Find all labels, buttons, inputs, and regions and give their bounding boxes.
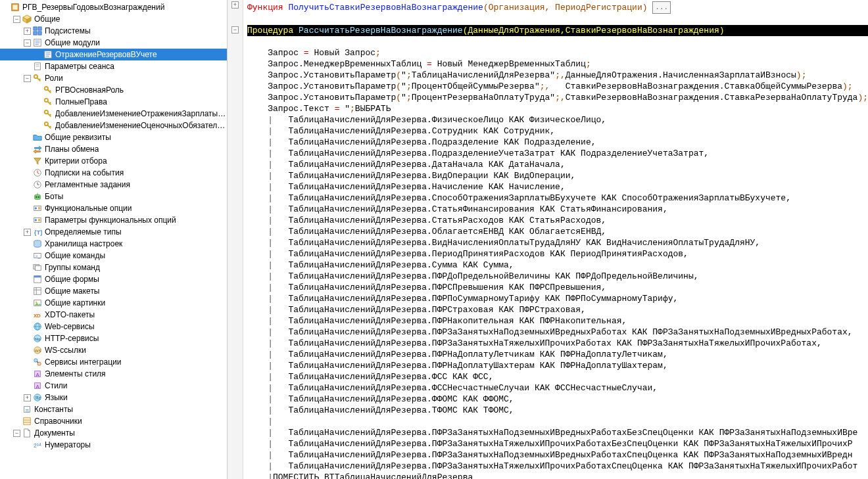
code-line[interactable]: Запрос.УстановитьПараметр(";ТаблицаНачис… xyxy=(247,70,806,80)
tree-item[interactable]: AЭлементы стиля xyxy=(0,368,227,380)
tree-item[interactable]: ДобавлениеИзменениеОтраженияЗарплатыВБух xyxy=(0,108,227,120)
procedure-header-line[interactable]: Процедура РассчитатьРезервНаВознагражден… xyxy=(247,25,864,36)
code-line[interactable]: | ТаблицаНачисленийДляРезерва.ПФРПоСумма… xyxy=(247,294,678,304)
tree-item[interactable]: Общие макеты xyxy=(0,285,227,297)
tree-item[interactable]: ДобавлениеИзменениеОценочныхОбязательств xyxy=(0,120,227,131)
fold-marker[interactable]: + xyxy=(231,1,239,9)
svg-rect-8 xyxy=(38,32,41,35)
tree-item[interactable]: Регламентные задания xyxy=(0,179,227,191)
tree-item[interactable]: WSWS-ссылки xyxy=(0,344,227,356)
tree-item[interactable]: Общие картинки xyxy=(0,297,227,309)
code-line[interactable]: | ТаблицаНачисленийДляРезерва.Подразделе… xyxy=(247,148,709,158)
code-line[interactable]: | ТаблицаНачисленийДляРезерва.СтатьяРасх… xyxy=(247,216,606,225)
code-line[interactable]: | ТаблицаНачисленийДляРезерва.ПФРЗаЗанят… xyxy=(247,428,857,438)
tree-item[interactable]: Параметры функциональных опций xyxy=(0,214,227,226)
code-line[interactable]: | ТаблицаНачисленийДляРезерва.ПФРСтрахов… xyxy=(247,305,586,315)
expander-icon[interactable]: − xyxy=(13,430,20,437)
tree-item-label: Роли xyxy=(45,74,63,83)
expander-icon[interactable]: − xyxy=(24,39,31,47)
expander-icon[interactable]: − xyxy=(24,75,31,82)
tree-item[interactable]: Планы обмена xyxy=(0,143,227,155)
tree-item[interactable]: −Роли xyxy=(0,72,227,84)
tree-item[interactable]: +{T}Определяемые типы xyxy=(0,226,227,238)
tree-item[interactable]: +ЯzЯзыки xyxy=(0,392,227,403)
tree-item[interactable]: Группы команд xyxy=(0,262,227,273)
tree-root[interactable]: РГВ_РезервыГодовыхВознаграждений xyxy=(0,1,227,13)
tree-item[interactable]: +Подсистемы xyxy=(0,25,227,37)
code-line[interactable]: | xyxy=(247,417,273,426)
svg-text:http: http xyxy=(35,337,41,341)
code-line[interactable]: | ТаблицаНачисленийДляРезерва.ПФРЗаЗанят… xyxy=(247,327,853,337)
code-line[interactable]: | ТаблицаНачисленийДляРезерва.ПФРНаДопла… xyxy=(247,350,668,359)
code-line[interactable]: | ТаблицаНачисленийДляРезерва.СпособОтра… xyxy=(247,193,791,203)
code-line[interactable]: Запрос = Новый Запрос; xyxy=(247,48,381,58)
tree-item[interactable]: Функциональные опции xyxy=(0,202,227,214)
code-line[interactable]: | ТаблицаНачисленийДляРезерва.Подразделе… xyxy=(247,137,596,147)
expander-icon[interactable]: + xyxy=(24,394,31,401)
code-line[interactable]: | ТаблицаНачисленийДляРезерва.ВидОпераци… xyxy=(247,171,575,181)
tree-item[interactable]: −Общие xyxy=(0,13,227,25)
event-icon xyxy=(32,168,43,178)
code-line[interactable]: |ПОМЕСТИТЬ ВТТаблицаНачисленийДляРезерва xyxy=(247,472,473,479)
code-line[interactable]: | ТаблицаНачисленийДляРезерва.ПФРЗаЗанят… xyxy=(247,450,853,460)
tree-item[interactable]: >_Общие команды xyxy=(0,250,227,262)
tree-item-label: Сервисы интеграции xyxy=(45,357,121,367)
tree-item-label: Регламентные задания xyxy=(45,180,130,189)
tree-item[interactable]: Подписки на события xyxy=(0,167,227,179)
tree-item[interactable]: httpHTTP-сервисы xyxy=(0,332,227,344)
code-line[interactable]: Запрос.Текст = ";ВЫБРАТЬ xyxy=(247,104,391,114)
code-line[interactable]: | ТаблицаНачисленийДляРезерва.ФФОМС КАК … xyxy=(247,394,514,404)
tree-item[interactable]: ОтражениеРезервовВУчете xyxy=(0,49,227,60)
svg-text:{T}: {T} xyxy=(34,229,42,236)
code-line[interactable]: | ТаблицаНачисленийДляРезерва.ПФРДоПреде… xyxy=(247,271,699,281)
function-name: ПолучитьСтавкиРезервовНаВознаграждение xyxy=(288,3,483,12)
tree-item-label: Справочники xyxy=(34,417,82,426)
expander-icon[interactable]: + xyxy=(24,229,31,236)
folded-indicator[interactable]: ... xyxy=(652,1,671,14)
code-line[interactable]: | ТаблицаНачисленийДляРезерва.Сумма КАК … xyxy=(247,260,514,270)
code-line[interactable]: | ТаблицаНачисленийДляРезерва.ПФРЗаЗанят… xyxy=(247,338,822,348)
tree-item[interactable]: ПолныеПрава xyxy=(0,96,227,108)
expander-icon[interactable]: − xyxy=(13,16,20,23)
code-line[interactable]: | ТаблицаНачисленийДляРезерва.ПФРЗаЗанят… xyxy=(247,439,853,449)
tree-item[interactable]: AСтили xyxy=(0,380,227,392)
code-line[interactable]: | ТаблицаНачисленийДляРезерва.ФСС КАК ФС… xyxy=(247,372,493,382)
tree-item[interactable]: −Общие модули xyxy=(0,37,227,49)
tree-item[interactable]: Web-сервисы xyxy=(0,321,227,332)
tree-item[interactable]: Параметры сеанса xyxy=(0,60,227,72)
code-line[interactable]: | ТаблицаНачисленийДляРезерва.СтатьяФина… xyxy=(247,204,668,214)
code-line[interactable]: | ТаблицаНачисленийДляРезерва.ПериодПрин… xyxy=(247,249,688,259)
tree-item[interactable]: Боты xyxy=(0,191,227,202)
expander-icon xyxy=(24,240,31,248)
code-line[interactable]: | ТаблицаНачисленийДляРезерва.Начисление… xyxy=(247,182,566,192)
tree-item[interactable]: 2³⁴Нумераторы xyxy=(0,439,227,451)
code-line[interactable]: | ТаблицаНачисленийДляРезерва.ДатаНачала… xyxy=(247,160,566,170)
tree-item[interactable]: −Документы xyxy=(0,427,227,439)
metadata-tree[interactable]: РГВ_РезервыГодовыхВознаграждений −Общие+… xyxy=(0,0,228,479)
tree-item[interactable]: Общие реквизиты xyxy=(0,131,227,143)
code-line[interactable]: | ТаблицаНачисленийДляРезерва.ПФРНакопит… xyxy=(247,316,627,326)
code-line[interactable]: Запрос.МенеджерВременныхТаблиц = Новый М… xyxy=(247,59,591,69)
tree-item[interactable]: Хранилища настроек xyxy=(0,238,227,250)
expander-icon[interactable]: + xyxy=(24,28,31,35)
tree-item[interactable]: Сервисы интеграции xyxy=(0,356,227,368)
code-line[interactable]: | ТаблицаНачисленийДляРезерва.ТФОМС КАК … xyxy=(247,405,514,415)
tree-item[interactable]: Общие формы xyxy=(0,273,227,285)
code-editor[interactable]: Функция ПолучитьСтавкиРезервовНаВознагра… xyxy=(243,0,868,479)
tree-item[interactable]: Критерии отбора xyxy=(0,155,227,167)
code-line[interactable]: | ТаблицаНачисленийДляРезерва.Облагается… xyxy=(247,227,606,237)
code-line[interactable]: | ТаблицаНачисленийДляРезерва.ПФРЗаЗанят… xyxy=(247,461,857,471)
fold-marker[interactable]: − xyxy=(231,26,239,34)
tree-item[interactable]: РГВОсновнаяРоль xyxy=(0,84,227,96)
code-line[interactable]: | ТаблицаНачисленийДляРезерва.Сотрудник … xyxy=(247,126,555,136)
code-line[interactable]: Запрос.УстановитьПараметр(";ПроцентОбщей… xyxy=(247,81,853,91)
code-line[interactable]: Запрос.УстановитьПараметр(";ПроцентРезер… xyxy=(247,93,868,103)
code-line[interactable]: | ТаблицаНачисленийДляРезерва.ВидНачисле… xyxy=(247,238,760,248)
tree-item[interactable]: πКонстанты xyxy=(0,403,227,415)
tree-item[interactable]: Справочники xyxy=(0,415,227,427)
code-line[interactable]: | ТаблицаНачисленийДляРезерва.ФССНесчаст… xyxy=(247,383,658,393)
code-line[interactable]: | ТаблицаНачисленийДляРезерва.Физическое… xyxy=(247,115,606,125)
tree-item[interactable]: XDXDTO-пакеты xyxy=(0,309,227,321)
code-line[interactable]: | ТаблицаНачисленийДляРезерва.ПФРНаДопла… xyxy=(247,361,668,371)
code-line[interactable]: | ТаблицаНачисленийДляРезерва.ПФРСПревыш… xyxy=(247,283,606,292)
